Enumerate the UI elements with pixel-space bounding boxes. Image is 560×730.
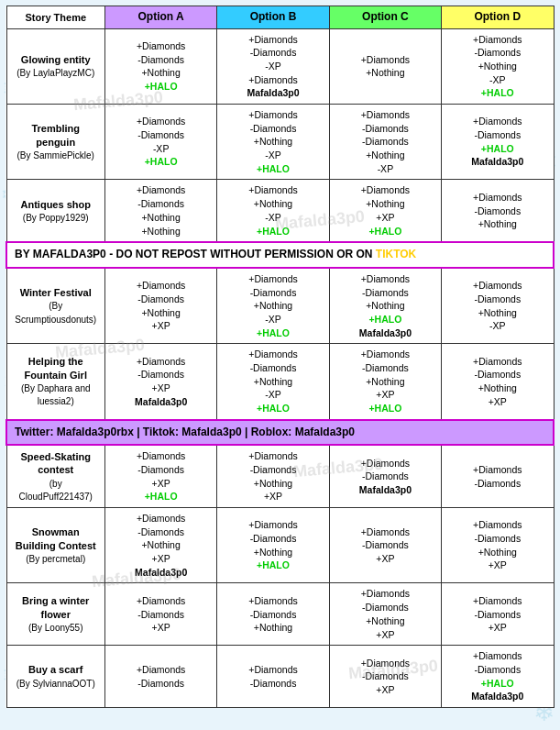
- reward-line: +XP: [110, 552, 212, 566]
- reward-line: -Diamonds: [222, 677, 324, 691]
- reward-line: -Diamonds: [222, 532, 324, 546]
- option-d-cell: +Diamonds-Diamonds: [442, 445, 554, 507]
- header-story: Story Theme: [6, 6, 104, 29]
- reward-line: +Nothing: [335, 614, 436, 628]
- option-c-cell: +Diamonds-Diamonds+Nothing+XP+HALO: [329, 344, 441, 420]
- option-c-cell: +Diamonds-DiamondsMafalda3p0: [329, 445, 441, 507]
- reward-line: -Diamonds: [446, 46, 548, 60]
- reward-line: +Diamonds: [335, 587, 436, 601]
- option-d-cell: +Diamonds-Diamonds+HALOMafalda3p0: [442, 105, 554, 180]
- reward-line: -Diamonds: [110, 608, 212, 622]
- story-cell: Glowing entity(By LaylaPlayzMC): [6, 28, 104, 104]
- story-cell: Bring a winter flower(By Loony55): [6, 583, 104, 646]
- reward-line: +Diamonds: [222, 183, 324, 197]
- story-title: Helping the Fountain Girl: [25, 356, 87, 380]
- table-row: Helping the Fountain Girl(By Daphara and…: [6, 344, 554, 420]
- halo-reward: +HALO: [335, 225, 436, 238]
- reward-line: -Diamonds: [110, 677, 212, 691]
- reward-line: +Diamonds: [110, 449, 212, 463]
- reward-line: +XP: [110, 382, 212, 395]
- reward-line: -Diamonds: [335, 361, 436, 375]
- option-c-cell: +Diamonds+Nothing: [329, 28, 441, 104]
- reward-line: +Nothing: [222, 375, 324, 389]
- reward-line: -Diamonds: [446, 477, 548, 491]
- reward-line: -Diamonds: [222, 608, 324, 622]
- reward-line: +XP: [335, 388, 436, 402]
- option-d-cell: +Diamonds-Diamonds+Nothing-XP+HALO: [442, 28, 554, 104]
- reward-line: -Diamonds: [446, 368, 548, 382]
- story-author: (By SylviannaOOT): [16, 679, 95, 689]
- reward-line: -Diamonds: [446, 205, 548, 218]
- option-d-cell: +Diamonds-Diamonds+HALOMafalda3p0: [442, 646, 554, 708]
- reward-line: -XP: [222, 388, 324, 402]
- story-author: (By LaylaPlayzMC): [16, 68, 94, 78]
- halo-reward: +HALO: [110, 155, 212, 169]
- reward-line: +Diamonds: [222, 348, 324, 361]
- reward-line: -XP: [110, 142, 212, 156]
- story-author: (By Daphara and luessia2): [21, 383, 91, 406]
- notice-text: BY MAFALDA3P0 - DO NOT REPOST WITHOUT PE…: [6, 242, 554, 268]
- reward-line: +Nothing: [335, 197, 436, 211]
- option-b-cell: +Diamonds+Nothing-XP+HALO: [217, 180, 329, 242]
- reward-line: +XP: [446, 559, 548, 572]
- reward-line: -Diamonds: [222, 286, 324, 300]
- story-cell: Snowman Building Contest(By percmetal): [6, 508, 104, 583]
- option-a-cell: +Diamonds-Diamonds+Nothing+XP: [104, 268, 216, 344]
- header-option-b: Option B: [217, 6, 329, 29]
- table-row: Speed-Skating contest(by CloudPuff221437…: [6, 445, 554, 507]
- halo-reward: +HALO: [446, 86, 548, 100]
- reward-line: -Diamonds: [110, 53, 212, 67]
- story-cell: Trembling penguin(By SammiePickle): [6, 105, 104, 180]
- reward-line: +Nothing: [110, 211, 212, 225]
- reward-line: +Diamonds: [222, 108, 324, 122]
- reward-line: -XP: [222, 313, 324, 326]
- reward-line: -Diamonds: [446, 128, 548, 142]
- reward-line: +Diamonds: [446, 33, 548, 47]
- option-a-cell: +Diamonds-Diamonds+Nothing+HALO: [104, 28, 216, 104]
- reward-line: +Diamonds: [222, 449, 324, 463]
- option-c-cell: +Diamonds-Diamonds-Diamonds+Nothing-XP: [329, 105, 441, 180]
- bold-attribution: Mafalda3p0: [110, 566, 212, 580]
- reward-line: +Diamonds: [222, 663, 324, 677]
- reward-line: +Nothing: [110, 66, 212, 80]
- reward-line: +Nothing: [222, 197, 324, 211]
- tiktok-label: TIKTOK: [376, 248, 416, 260]
- reward-line: -Diamonds: [222, 122, 324, 136]
- bold-attribution: Mafalda3p0: [222, 86, 324, 100]
- reward-line: +Diamonds: [446, 463, 548, 477]
- notice-row: BY MAFALDA3P0 - DO NOT REPOST WITHOUT PE…: [6, 242, 554, 268]
- option-a-cell: +Diamonds-Diamonds: [104, 646, 216, 708]
- story-title: Snowman Building Contest: [16, 526, 96, 550]
- story-author: (By Poppy1929): [23, 213, 89, 223]
- reward-line: +Nothing: [222, 135, 324, 149]
- reward-line: +Nothing: [446, 306, 548, 320]
- reward-line: -XP: [222, 149, 324, 162]
- reward-line: +Nothing: [335, 66, 436, 80]
- table-row: Antiques shop(By Poppy1929)+Diamonds-Dia…: [6, 180, 554, 242]
- social-text: Twitter: Mafalda3p0rbx | Tiktok: Mafalda…: [6, 420, 554, 446]
- reward-line: +Diamonds: [110, 115, 212, 128]
- reward-line: +Nothing: [446, 546, 548, 559]
- option-b-cell: +Diamonds-Diamonds+Nothing-XP+HALO: [217, 105, 329, 180]
- reward-line: -Diamonds: [110, 293, 212, 306]
- option-d-cell: +Diamonds-Diamonds+Nothing+XP: [442, 508, 554, 583]
- halo-reward: +HALO: [222, 162, 324, 176]
- reward-line: +Nothing: [222, 477, 324, 491]
- reward-line: -Diamonds: [335, 122, 436, 136]
- reward-line: +Diamonds: [110, 512, 212, 525]
- story-author: (By percmetal): [26, 554, 85, 564]
- story-title: Trembling penguin: [31, 123, 80, 147]
- reward-line: +XP: [110, 621, 212, 635]
- table-row: Glowing entity(By LaylaPlayzMC)+Diamonds…: [6, 28, 554, 104]
- table-row: Winter Festival(By Scrumptiousdonuts)+Di…: [6, 268, 554, 344]
- reward-line: +Diamonds: [222, 594, 324, 608]
- bold-attribution: Mafalda3p0: [110, 395, 212, 409]
- option-a-cell: +Diamonds-Diamonds+XPMafalda3p0: [104, 344, 216, 420]
- table-row: Buy a scarf(By SylviannaOOT)+Diamonds-Di…: [6, 646, 554, 708]
- reward-line: +Nothing: [222, 621, 324, 635]
- reward-line: +Diamonds: [335, 348, 436, 361]
- reward-line: +XP: [222, 490, 324, 503]
- reward-line: +Diamonds: [222, 33, 324, 47]
- reward-line: -XP: [446, 73, 548, 87]
- reward-line: -Diamonds: [335, 538, 436, 552]
